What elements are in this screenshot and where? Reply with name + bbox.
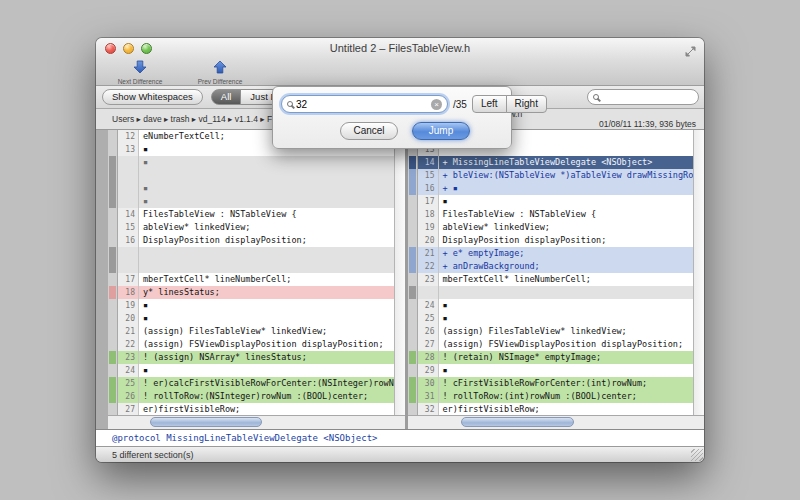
- target-right-button[interactable]: Right: [506, 95, 547, 113]
- diff-row-left-18[interactable]: 18y* linesStatus;: [118, 286, 394, 299]
- close-button[interactable]: [105, 43, 116, 54]
- code-text: ▪: [139, 364, 394, 377]
- diff-row-right-25: 25▪: [418, 312, 694, 325]
- pane-target-segmented: Left Right: [472, 95, 547, 113]
- right-diff-pane: 121314+ MissingLineTableViewDelegate <NS…: [408, 130, 705, 429]
- diff-row-right-21[interactable]: 21+ e* emptyImage;: [418, 247, 694, 260]
- code-text: y* linesStatus;: [139, 286, 394, 299]
- line-number: 18: [118, 286, 139, 299]
- right-hscroll-thumb[interactable]: [461, 417, 574, 427]
- diff-row-right-16[interactable]: 16+ ▪: [418, 182, 694, 195]
- diff-row-right-17: 17▪: [418, 195, 694, 208]
- change-mark: [109, 390, 116, 403]
- left-code-rows[interactable]: 12eNumberTextCell;13▪▪▪▪14FilesTableView…: [118, 130, 394, 415]
- diff-row-right-31[interactable]: 31! rollToRow:(int)rowNum :(BOOL)center;: [418, 390, 694, 403]
- toolbar-search-field[interactable]: [587, 89, 699, 105]
- line-number: 21: [118, 325, 139, 338]
- line-number: 23: [118, 351, 139, 364]
- zoom-button[interactable]: [141, 43, 152, 54]
- diff-area: 12eNumberTextCell;13▪▪▪▪14FilesTableView…: [96, 130, 704, 429]
- diff-row-left-23[interactable]: 23! (assign) NSArray* linesStatus;: [118, 351, 394, 364]
- diff-row-left-gap3: [118, 169, 394, 182]
- difference-detail-text: @protocol MissingLineTableViewDelegate <…: [112, 433, 378, 443]
- line-number: [118, 260, 139, 273]
- show-whitespaces-button[interactable]: Show Whitespaces: [102, 89, 203, 105]
- diff-row-left-gap5: ▪: [118, 195, 394, 208]
- line-number: 14: [418, 156, 439, 169]
- code-text: ableView* linkedView;: [439, 221, 694, 234]
- left-pane-main: 12eNumberTextCell;13▪▪▪▪14FilesTableView…: [108, 130, 405, 415]
- code-text: ableView* linkedView;: [139, 221, 394, 234]
- diff-row-right-30[interactable]: 30! cFirstVisibleRowForCenter:(int)rowNu…: [418, 377, 694, 390]
- right-change-strip: [408, 130, 418, 415]
- diff-row-right-22[interactable]: 22+ anDrawBackground;: [418, 260, 694, 273]
- diff-row-right-15[interactable]: 15+ bleView:(NSTableView *)aTableView dr…: [418, 169, 694, 182]
- jump-button[interactable]: Jump: [412, 122, 470, 140]
- right-code-rows[interactable]: 121314+ MissingLineTableViewDelegate <NS…: [418, 130, 694, 415]
- prev-difference-label: Prev Difference: [198, 78, 243, 85]
- line-number: 26: [118, 390, 139, 403]
- toolbar-search-input[interactable]: [603, 92, 693, 102]
- line-number: 17: [418, 195, 439, 208]
- line-number: 23: [418, 273, 439, 286]
- left-hscroll-thumb[interactable]: [150, 417, 263, 427]
- next-difference-button[interactable]: Next Difference: [100, 60, 180, 85]
- status-bar: 5 different section(s): [96, 446, 704, 462]
- segment-all[interactable]: All: [211, 89, 242, 105]
- diff-row-right-14[interactable]: 14+ MissingLineTableViewDelegate <NSObje…: [418, 156, 694, 169]
- diff-row-right-26: 26(assign) FilesTableView* linkedView;: [418, 325, 694, 338]
- left-vertical-scrollbar[interactable]: [394, 130, 405, 415]
- target-left-button[interactable]: Left: [472, 95, 507, 113]
- line-number: 16: [118, 234, 139, 247]
- diff-row-right-24: 24▪: [418, 299, 694, 312]
- toolbar: Next Difference Prev Difference: [96, 59, 704, 86]
- goto-line-input[interactable]: [296, 99, 428, 110]
- line-number: [118, 195, 139, 208]
- goto-line-field[interactable]: ×: [281, 95, 448, 113]
- search-icon: [593, 94, 599, 100]
- line-number: 20: [118, 312, 139, 325]
- change-mark: [409, 247, 416, 260]
- line-number: 22: [118, 338, 139, 351]
- left-change-strip: [108, 130, 118, 415]
- cancel-button[interactable]: Cancel: [340, 122, 398, 140]
- minimize-button[interactable]: [123, 43, 134, 54]
- line-number: 16: [418, 182, 439, 195]
- left-horizontal-scrollbar[interactable]: [108, 415, 405, 429]
- line-number: [118, 182, 139, 195]
- window-controls: [105, 43, 159, 54]
- code-text: er)firstVisibleRow;: [439, 403, 694, 415]
- line-number: 14: [118, 208, 139, 221]
- diff-row-right-gap12: [418, 286, 694, 299]
- right-horizontal-scrollbar[interactable]: [408, 415, 705, 429]
- code-text: (assign) FilesTableView* linkedView;: [139, 325, 394, 338]
- change-mark: [409, 351, 416, 364]
- code-text: [439, 286, 694, 299]
- line-number: 22: [418, 260, 439, 273]
- clear-icon[interactable]: ×: [431, 99, 442, 110]
- left-diff-pane: 12eNumberTextCell;13▪▪▪▪14FilesTableView…: [108, 130, 405, 429]
- line-number: 15: [118, 221, 139, 234]
- code-text: + e* emptyImage;: [439, 247, 694, 260]
- resize-grip[interactable]: [691, 449, 703, 461]
- line-number: 28: [418, 351, 439, 364]
- next-difference-label: Next Difference: [118, 78, 163, 85]
- diff-row-left-26[interactable]: 26! rollToRow:(NSInteger)rowNum :(BOOL)c…: [118, 390, 394, 403]
- arrow-up-icon: [212, 60, 228, 78]
- change-mark: [109, 195, 116, 208]
- diff-row-left-25[interactable]: 25! er)calcFirstVisibleRowForCenter:(NSI…: [118, 377, 394, 390]
- right-vertical-scrollbar[interactable]: [693, 130, 704, 415]
- diff-row-left-16: 16DisplayPosition displayPosition;: [118, 234, 394, 247]
- line-number: 25: [418, 312, 439, 325]
- diff-row-left-14: 14FilesTableView : NSTableView {: [118, 208, 394, 221]
- code-text: ! rollToRow:(NSInteger)rowNum :(BOOL)cen…: [139, 390, 394, 403]
- code-text: ! cFirstVisibleRowForCenter:(int)rowNum;: [439, 377, 694, 390]
- code-text: ▪: [139, 156, 394, 169]
- prev-difference-button[interactable]: Prev Difference: [180, 60, 260, 85]
- diff-row-left-17: 17mberTextCell* lineNumberCell;: [118, 273, 394, 286]
- title-bar[interactable]: Untitled 2 – FilesTableView.h: [96, 38, 704, 59]
- diff-row-right-19: 19ableView* linkedView;: [418, 221, 694, 234]
- diff-row-left-gap2: ▪: [118, 156, 394, 169]
- diff-row-right-28[interactable]: 28! (retain) NSImage* emptyImage;: [418, 351, 694, 364]
- expand-icon[interactable]: [685, 43, 696, 54]
